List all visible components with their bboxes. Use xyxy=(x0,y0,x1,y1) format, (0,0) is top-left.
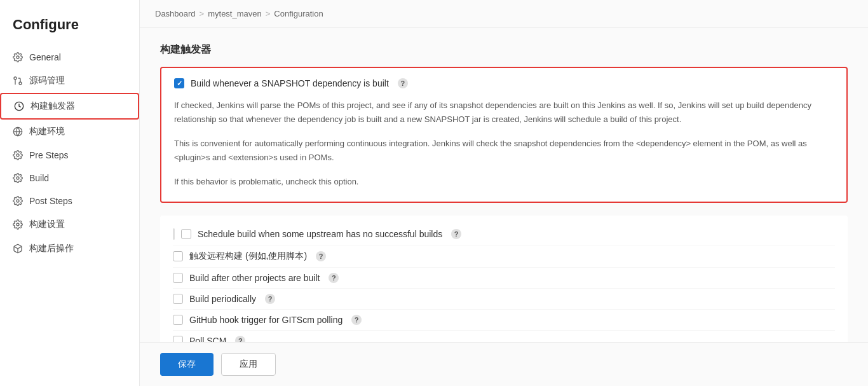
option-help-0[interactable]: ? xyxy=(451,229,461,239)
build-icon xyxy=(13,173,23,183)
sidebar-item-source-label: 源码管理 xyxy=(29,75,65,86)
content-area: 构建触发器 Build whenever a SNAPSHOT dependen… xyxy=(140,28,868,342)
option-label-2: Build after other projects are built xyxy=(189,273,320,283)
option-help-5[interactable]: ? xyxy=(235,336,245,342)
option-row-2: Build after other projects are built ? xyxy=(173,268,835,289)
sidebar-item-buildset[interactable]: 构建设置 xyxy=(0,212,139,237)
sidebar: Configure General 源码管理 构建触发器 xyxy=(0,0,140,386)
sidebar-title: Configure xyxy=(0,6,139,46)
highlighted-option-box: Build whenever a SNAPSHOT dependency is … xyxy=(160,67,848,203)
snapshot-desc3: If this behavior is problematic, uncheck… xyxy=(174,172,834,191)
svg-point-0 xyxy=(17,56,19,59)
globe-icon xyxy=(13,127,23,137)
footer: 保存 应用 xyxy=(140,342,868,386)
option-help-2[interactable]: ? xyxy=(329,273,339,283)
option-row-4: GitHub hook trigger for GITScm polling ? xyxy=(173,310,835,331)
sidebar-item-postaction[interactable]: 构建后操作 xyxy=(0,237,139,261)
snapshot-checkbox[interactable] xyxy=(174,78,184,88)
breadcrumb: Dashboard > mytest_maven > Configuration xyxy=(140,0,868,28)
sidebar-item-env-label: 构建环境 xyxy=(29,126,65,137)
option-row-1: 触发远程构建 (例如,使用脚本) ? xyxy=(173,245,835,268)
option-label-1: 触发远程构建 (例如,使用脚本) xyxy=(189,251,307,262)
main-area: Dashboard > mytest_maven > Configuration… xyxy=(140,0,868,386)
snapshot-desc2: This is convenient for automatically per… xyxy=(174,134,834,167)
section-title: 构建触发器 xyxy=(160,43,848,57)
gear-icon xyxy=(13,52,23,62)
sidebar-item-postaction-label: 构建后操作 xyxy=(29,243,74,254)
option-checkbox-4[interactable] xyxy=(173,315,183,325)
sidebar-item-poststeps-label: Post Steps xyxy=(29,196,72,206)
sidebar-item-general[interactable]: General xyxy=(0,46,139,69)
svg-point-9 xyxy=(17,200,19,202)
option-checkbox-0[interactable] xyxy=(181,229,191,239)
breadcrumb-sep1: > xyxy=(200,9,205,18)
svg-point-1 xyxy=(19,82,22,85)
divider-line-0 xyxy=(173,228,175,240)
option-label-3: Build periodically xyxy=(189,294,256,304)
sidebar-item-presteps[interactable]: Pre Steps xyxy=(0,144,139,167)
option-checkbox-5[interactable] xyxy=(173,336,183,342)
options-list: Schedule build when some upstream has no… xyxy=(160,216,848,342)
option-help-1[interactable]: ? xyxy=(316,251,326,261)
option-help-3[interactable]: ? xyxy=(265,294,275,304)
apply-button[interactable]: 应用 xyxy=(221,353,276,376)
sidebar-item-build[interactable]: Build xyxy=(0,167,139,190)
sidebar-item-build-label: Build xyxy=(29,173,49,183)
clock-icon xyxy=(14,101,24,111)
sidebar-item-poststeps[interactable]: Post Steps xyxy=(0,190,139,212)
snapshot-help-icon[interactable]: ? xyxy=(398,78,408,88)
cube-icon xyxy=(13,244,23,254)
option-help-4[interactable]: ? xyxy=(351,315,362,325)
sidebar-item-triggers-label: 构建触发器 xyxy=(31,100,75,112)
option-checkbox-3[interactable] xyxy=(173,294,183,304)
presteps-icon xyxy=(13,150,23,160)
poststeps-icon xyxy=(13,196,23,206)
sidebar-item-source[interactable]: 源码管理 xyxy=(0,69,139,93)
option-row-3: Build periodically ? xyxy=(173,289,835,310)
sidebar-item-presteps-label: Pre Steps xyxy=(29,150,68,160)
option-label-0: Schedule build when some upstream has no… xyxy=(198,229,442,239)
app-layout: Configure General 源码管理 构建触发器 xyxy=(0,0,868,386)
save-button[interactable]: 保存 xyxy=(160,353,214,376)
sidebar-item-buildset-label: 构建设置 xyxy=(29,219,65,230)
sidebar-item-env[interactable]: 构建环境 xyxy=(0,120,139,144)
breadcrumb-sep2: > xyxy=(266,9,271,18)
breadcrumb-project[interactable]: mytest_maven xyxy=(208,9,262,18)
option-label-4: GitHub hook trigger for GITScm polling xyxy=(189,315,342,325)
snapshot-label: Build whenever a SNAPSHOT dependency is … xyxy=(191,78,389,88)
option-row-0: Schedule build when some upstream has no… xyxy=(173,223,835,245)
svg-point-2 xyxy=(14,77,17,79)
snapshot-desc1: If checked, Jenkins will parse the POMs … xyxy=(174,96,834,129)
option-checkbox-2[interactable] xyxy=(173,273,183,283)
option-row-5: Poll SCM ? xyxy=(173,331,835,342)
svg-point-7 xyxy=(17,154,19,156)
option-checkbox-1[interactable] xyxy=(173,251,183,261)
svg-point-8 xyxy=(17,177,19,179)
snapshot-option-row: Build whenever a SNAPSHOT dependency is … xyxy=(174,78,834,88)
git-icon xyxy=(13,76,23,86)
breadcrumb-dashboard[interactable]: Dashboard xyxy=(155,9,196,18)
sidebar-item-triggers[interactable]: 构建触发器 xyxy=(0,93,139,120)
buildset-icon xyxy=(13,219,23,230)
breadcrumb-config: Configuration xyxy=(274,9,323,18)
svg-point-10 xyxy=(17,223,19,226)
option-label-5: Poll SCM xyxy=(189,336,226,342)
sidebar-item-general-label: General xyxy=(29,52,61,62)
